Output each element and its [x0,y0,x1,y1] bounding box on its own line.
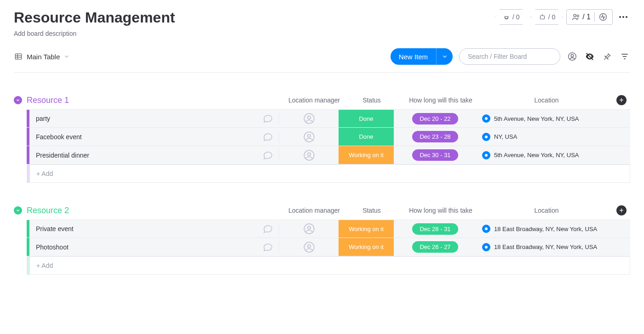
table-row[interactable]: party Done Dec 20 - 22 5th Avenue, New Y… [27,109,630,128]
more-options-button[interactable] [616,16,630,18]
automations-count: / 0 [548,13,556,21]
members-button[interactable]: / 1 [571,12,591,22]
row-name-cell[interactable]: Private event [29,225,257,232]
person-circle-icon [303,131,315,143]
svg-point-1 [574,14,576,17]
row-location-cell[interactable]: 18 East Broadway, NY, New York, USA [477,225,605,233]
new-item-dropdown[interactable] [436,48,453,65]
person-circle-icon [567,51,577,62]
activity-button[interactable] [598,12,608,22]
row-location-cell[interactable]: NY, USA [477,133,605,141]
table-icon [14,52,23,61]
row-manager-cell[interactable] [279,149,339,161]
column-header-status[interactable]: Status [344,207,399,214]
row-status-cell[interactable]: Working on it [339,220,394,238]
add-column-button[interactable]: + [616,205,627,215]
row-location-cell[interactable]: 18 East Broadway, NY, New York, USA [477,243,605,251]
row-manager-cell[interactable] [279,241,339,253]
time-pill: Dec 23 - 28 [412,131,458,142]
add-row-button[interactable]: + Add [27,164,630,183]
collapse-toggle[interactable] [14,206,22,215]
group-title[interactable]: Resource 1 [27,96,284,105]
column-header-manager[interactable]: Location manager [284,207,344,214]
column-header-location[interactable]: Location [482,207,611,214]
filter-button[interactable] [619,51,630,62]
column-header-status[interactable]: Status [344,96,399,104]
row-status-cell[interactable]: Working on it [339,238,394,256]
column-header-manager[interactable]: Location manager [284,96,344,104]
plug-icon [502,13,511,21]
row-time-cell[interactable]: Dec 26 - 27 [394,241,477,253]
row-name-cell[interactable]: party [29,115,257,122]
svg-rect-0 [540,16,544,19]
row-name-cell[interactable]: Photoshoot [29,243,257,251]
new-item-button[interactable]: New Item [391,48,453,65]
row-name-cell[interactable]: Presidential dinner [29,152,257,159]
person-circle-icon [303,241,315,253]
svg-point-2 [577,15,579,17]
row-manager-cell[interactable] [279,113,339,125]
board-title[interactable]: Resource Management [14,9,175,26]
members-activity-group: / 1 [566,9,613,25]
add-column-button[interactable]: + [616,95,627,105]
integrations-badge[interactable]: / 0 [495,9,527,25]
activity-icon [598,12,608,22]
automations-badge[interactable]: / 0 [531,9,563,25]
group-resource1: Resource 1 Location manager Status How l… [14,91,630,183]
chevron-down-icon [63,53,70,60]
row-chat-button[interactable] [257,150,279,161]
column-header-time[interactable]: How long will this take [399,96,482,104]
row-time-cell[interactable]: Dec 23 - 28 [394,131,477,142]
row-manager-cell[interactable] [279,223,339,235]
board-description[interactable]: Add board description [14,30,175,37]
chevron-down-icon [442,53,448,60]
table-row[interactable]: Private event Working on it Dec 28 - 31 … [27,220,630,238]
view-switcher[interactable]: Main Table [14,52,70,61]
person-filter-button[interactable] [567,51,578,62]
row-color-bar [27,257,30,274]
row-chat-button[interactable] [257,223,279,234]
eye-off-icon [585,51,595,62]
row-chat-button[interactable] [257,113,279,124]
table-row[interactable]: Photoshoot Working on it Dec 26 - 27 18 … [27,238,630,256]
row-status-cell[interactable]: Working on it [339,146,394,164]
row-status-cell[interactable]: Done [339,110,394,127]
column-header-location[interactable]: Location [482,96,611,104]
search-input[interactable] [459,48,560,65]
row-name-cell[interactable]: Facebook event [29,133,257,141]
chevron-down-icon [16,98,20,102]
row-time-cell[interactable]: Dec 28 - 31 [394,223,477,235]
location-text: NY, USA [494,133,517,140]
row-time-cell[interactable]: Dec 30 - 31 [394,149,477,161]
row-chat-button[interactable] [257,131,279,142]
robot-icon [538,13,546,21]
svg-point-6 [571,54,574,57]
add-row-button[interactable]: + Add [27,256,630,275]
table-row[interactable]: Presidential dinner Working on it Dec 30… [27,146,630,164]
column-header-time[interactable]: How long will this take [399,207,482,214]
hide-columns-button[interactable] [584,51,595,62]
chat-icon [262,223,273,234]
location-text: 18 East Broadway, NY, New York, USA [494,243,597,250]
row-location-cell[interactable]: 5th Avenue, New York, NY, USA [477,114,605,123]
add-row-label: + Add [30,262,53,269]
location-text: 5th Avenue, New York, NY, USA [494,152,579,159]
group-title[interactable]: Resource 2 [27,206,284,215]
row-time-cell[interactable]: Dec 20 - 22 [394,113,477,125]
collapse-toggle[interactable] [14,96,22,104]
location-pin-icon [482,133,490,141]
row-color-bar [27,165,30,182]
location-pin-icon [482,225,490,233]
row-status-cell[interactable]: Done [339,128,394,146]
row-chat-button[interactable] [257,242,279,253]
people-icon [571,12,581,22]
row-manager-cell[interactable] [279,131,339,143]
person-circle-icon [303,223,315,235]
members-count: / 1 [582,13,591,21]
table-row[interactable]: Facebook event Done Dec 23 - 28 NY, USA [27,128,630,146]
pin-button[interactable] [602,51,613,62]
chat-icon [262,150,273,161]
add-row-label: + Add [30,170,53,177]
location-text: 18 East Broadway, NY, New York, USA [494,226,597,232]
row-location-cell[interactable]: 5th Avenue, New York, NY, USA [477,151,605,159]
